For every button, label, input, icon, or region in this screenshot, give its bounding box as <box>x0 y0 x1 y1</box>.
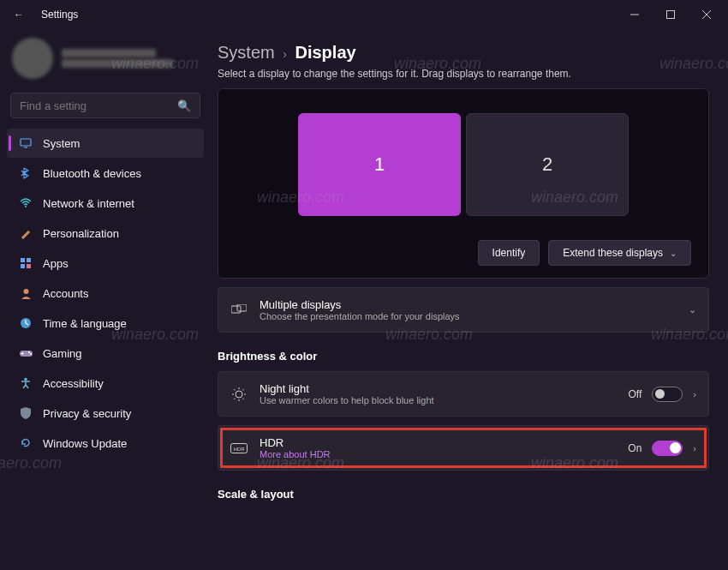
svg-rect-17 <box>231 306 241 313</box>
maximize-button[interactable] <box>653 3 689 27</box>
sidebar-item-accounts[interactable]: Accounts <box>7 279 204 308</box>
more-about-hdr-link[interactable]: More about HDR <box>260 449 616 459</box>
section-scale: Scale & layout <box>218 488 709 501</box>
chevron-down-icon: ⌄ <box>689 304 696 315</box>
sidebar-item-bluetooth[interactable]: Bluetooth & devices <box>7 159 204 188</box>
update-icon <box>19 436 33 450</box>
display-1[interactable]: 1 <box>298 113 461 216</box>
sidebar-item-label: Network & internet <box>43 197 134 210</box>
svg-rect-4 <box>21 139 31 146</box>
svg-line-24 <box>234 389 236 391</box>
svg-rect-18 <box>237 304 247 311</box>
chevron-right-icon: › <box>283 47 287 61</box>
svg-rect-8 <box>27 258 31 262</box>
card-title: Night light <box>260 382 617 395</box>
card-title: HDR <box>260 436 616 449</box>
search-icon: 🔍 <box>177 99 191 112</box>
svg-point-11 <box>23 289 28 294</box>
svg-point-14 <box>28 351 30 353</box>
multiple-displays-card[interactable]: Multiple displays Choose the presentatio… <box>218 287 709 333</box>
toggle-state: Off <box>629 388 642 400</box>
svg-point-19 <box>236 391 242 398</box>
window-title: Settings <box>41 9 78 21</box>
sidebar-item-label: Accounts <box>43 287 88 300</box>
sidebar-item-apps[interactable]: Apps <box>7 249 204 278</box>
sidebar-item-label: System <box>43 137 80 150</box>
chevron-right-icon[interactable]: › <box>693 389 696 399</box>
card-desc: Choose the presentation mode for your di… <box>260 311 677 321</box>
accounts-icon <box>19 286 33 300</box>
toggle-state: On <box>628 442 641 454</box>
svg-text:HDR: HDR <box>234 446 246 451</box>
svg-point-15 <box>30 353 32 355</box>
sidebar: 🔍 System Bluetooth & devices Network & i… <box>0 29 211 570</box>
page-subtitle: Select a display to change the settings … <box>218 68 709 80</box>
accessibility-icon <box>19 376 33 390</box>
personalization-icon <box>19 226 33 240</box>
svg-line-25 <box>243 398 245 399</box>
privacy-icon <box>19 406 33 420</box>
sidebar-item-label: Time & language <box>43 317 127 330</box>
avatar <box>12 38 53 79</box>
breadcrumb-parent[interactable]: System <box>218 43 275 62</box>
system-icon <box>19 136 33 150</box>
sidebar-item-privacy[interactable]: Privacy & security <box>7 399 204 428</box>
sidebar-item-label: Gaming <box>43 347 82 360</box>
sidebar-item-time[interactable]: Time & language <box>7 309 204 338</box>
breadcrumb: System › Display <box>218 43 709 63</box>
card-title: Multiple displays <box>260 298 677 311</box>
profile-block[interactable] <box>7 34 204 87</box>
multiple-displays-icon <box>230 304 248 316</box>
wifi-icon <box>19 196 33 210</box>
hdr-toggle[interactable] <box>652 441 683 456</box>
night-light-toggle[interactable] <box>652 387 683 402</box>
svg-line-27 <box>243 389 245 391</box>
main-content: System › Display Select a display to cha… <box>211 29 728 570</box>
close-button[interactable] <box>689 3 725 27</box>
sidebar-item-personalization[interactable]: Personalization <box>7 219 204 248</box>
sidebar-item-label: Personalization <box>43 227 119 240</box>
page-title: Display <box>295 43 355 62</box>
hdr-card[interactable]: HDR HDR More about HDR On › <box>218 425 709 471</box>
section-brightness: Brightness & color <box>218 350 709 363</box>
time-icon <box>19 316 33 330</box>
minimize-button[interactable] <box>617 3 653 27</box>
night-light-card[interactable]: Night light Use warmer colors to help bl… <box>218 371 709 417</box>
sidebar-item-label: Apps <box>43 257 69 270</box>
svg-rect-10 <box>27 264 31 268</box>
display-2[interactable]: 2 <box>466 113 629 216</box>
apps-icon <box>19 256 33 270</box>
chevron-right-icon[interactable]: › <box>693 443 696 453</box>
sidebar-item-label: Bluetooth & devices <box>43 167 141 180</box>
gaming-icon <box>19 346 33 360</box>
bluetooth-icon <box>19 166 33 180</box>
night-light-icon <box>230 387 248 401</box>
sidebar-item-label: Accessibility <box>43 377 104 390</box>
svg-rect-9 <box>21 264 25 268</box>
chevron-down-icon: ⌄ <box>670 249 677 258</box>
display-arrangement: 1 2 Identify Extend these displays⌄ <box>218 88 709 279</box>
svg-line-26 <box>234 398 236 399</box>
hdr-icon: HDR <box>230 443 248 453</box>
svg-rect-7 <box>21 258 25 262</box>
sidebar-item-network[interactable]: Network & internet <box>7 189 204 218</box>
sidebar-item-label: Privacy & security <box>43 407 131 420</box>
search-input[interactable] <box>20 99 177 112</box>
card-desc: Use warmer colors to help block blue lig… <box>260 395 617 405</box>
svg-point-16 <box>24 378 27 381</box>
identify-button[interactable]: Identify <box>478 240 540 266</box>
sidebar-item-update[interactable]: Windows Update <box>7 429 204 458</box>
sidebar-item-gaming[interactable]: Gaming <box>7 339 204 368</box>
sidebar-item-system[interactable]: System <box>7 129 204 158</box>
titlebar: ← Settings <box>0 0 728 29</box>
sidebar-item-label: Windows Update <box>43 437 127 450</box>
sidebar-item-accessibility[interactable]: Accessibility <box>7 369 204 398</box>
extend-displays-dropdown[interactable]: Extend these displays⌄ <box>548 240 691 266</box>
search-box[interactable]: 🔍 <box>10 93 200 118</box>
svg-rect-1 <box>667 11 675 19</box>
back-button[interactable]: ← <box>3 9 34 21</box>
svg-point-6 <box>25 206 27 207</box>
